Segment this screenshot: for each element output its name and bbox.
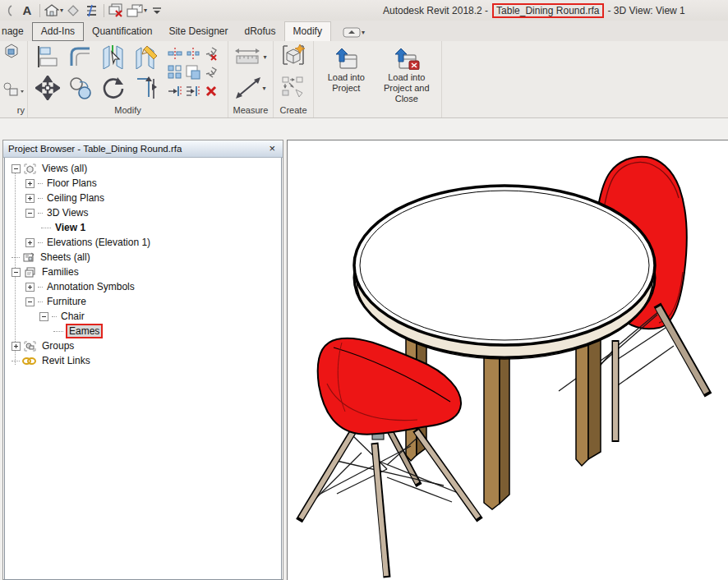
groups-icon bbox=[24, 341, 36, 352]
tree-item-annotation-symbols[interactable]: Annotation Symbols bbox=[5, 279, 281, 294]
tree-item-3d-views[interactable]: 3D Views bbox=[5, 205, 281, 220]
drawing-area-3d-view[interactable] bbox=[287, 140, 728, 580]
clipped-icon[interactable] bbox=[1, 2, 17, 20]
panel-label-create: Create bbox=[274, 104, 313, 117]
tab-add-ins[interactable]: Add-Ins bbox=[32, 22, 84, 41]
options-bar-empty bbox=[0, 118, 728, 140]
tab-site-designer[interactable]: Site Designer bbox=[160, 22, 236, 41]
tab-modify[interactable]: Modify bbox=[284, 21, 331, 41]
paint-icon[interactable] bbox=[3, 43, 20, 62]
cope-icon[interactable] bbox=[166, 44, 184, 63]
tree-label: Furniture bbox=[45, 296, 88, 307]
tree-label-active-view: View 1 bbox=[53, 222, 87, 233]
expand-icon[interactable] bbox=[25, 194, 35, 203]
panel-label-modify: Modify bbox=[28, 104, 228, 117]
link-icon bbox=[22, 357, 36, 366]
trim-multiple-icon[interactable] bbox=[184, 82, 202, 101]
remove-coping-icon[interactable] bbox=[184, 44, 202, 63]
split-element-icon[interactable] bbox=[99, 43, 127, 71]
qat-customize-icon[interactable] bbox=[149, 2, 165, 20]
tree-item-furniture[interactable]: Furniture bbox=[5, 294, 281, 309]
thin-lines-icon[interactable] bbox=[83, 2, 99, 20]
tab-quantification[interactable]: Quantification bbox=[84, 22, 160, 41]
pattern-icon[interactable] bbox=[281, 76, 306, 102]
file-name-annotation: Table_Dining Round.rfa bbox=[492, 3, 603, 18]
pin-icon[interactable] bbox=[202, 63, 220, 82]
ribbon: ry bbox=[0, 41, 728, 118]
measure-angle-icon[interactable]: ▾ bbox=[235, 74, 265, 102]
collapse-icon[interactable] bbox=[12, 268, 21, 277]
project-browser-title: Project Browser - Table_Dining Round.rfa bbox=[8, 144, 266, 154]
toolbar-separator bbox=[104, 4, 104, 17]
close-icon[interactable]: × bbox=[266, 142, 278, 155]
switch-windows-icon[interactable]: ▾ bbox=[127, 2, 147, 20]
tree-item-ceiling-plans[interactable]: Ceiling Plans bbox=[5, 191, 281, 205]
panel-modify: Modify bbox=[28, 41, 228, 117]
tree-label: Elevations (Elevation 1) bbox=[45, 237, 152, 248]
tree-label: Groups bbox=[40, 340, 76, 352]
align-icon[interactable] bbox=[34, 43, 62, 71]
offset-icon[interactable] bbox=[67, 43, 94, 71]
load-into-project-label-1: Load into bbox=[328, 72, 365, 83]
expand-icon[interactable] bbox=[25, 238, 35, 247]
expand-icon[interactable] bbox=[25, 179, 35, 188]
tree-item-groups[interactable]: Groups bbox=[5, 338, 281, 353]
load-into-project-and-close-label-1: Load into bbox=[388, 72, 425, 83]
tree-label: Views (all) bbox=[40, 163, 89, 174]
tab-manage[interactable]: nage bbox=[0, 22, 32, 41]
tree-item-families[interactable]: Families bbox=[5, 265, 281, 279]
delete-icon[interactable] bbox=[202, 82, 220, 101]
split-with-gap-icon[interactable] bbox=[132, 43, 160, 71]
tree-label-selected-family[interactable]: Eames bbox=[67, 325, 101, 337]
rotate-icon[interactable] bbox=[99, 74, 127, 102]
panel-create: Create bbox=[274, 41, 314, 117]
load-into-project-and-close-label-2: Project and Close bbox=[376, 83, 438, 104]
collapse-icon[interactable] bbox=[25, 297, 35, 306]
default-3d-view-icon[interactable]: ▾ bbox=[44, 2, 63, 20]
load-into-project-and-close-button[interactable]: Load into Project and Close bbox=[376, 44, 438, 117]
tree-item-chair[interactable]: Chair bbox=[5, 309, 281, 324]
collapse-icon[interactable] bbox=[12, 164, 21, 173]
panel-label-geometry: ry bbox=[0, 104, 27, 117]
ribbon-empty-space bbox=[442, 41, 728, 117]
join-geometry-icon[interactable] bbox=[3, 82, 25, 102]
families-icon bbox=[24, 267, 36, 278]
panel-measure: ▾ ▾ Measure bbox=[228, 41, 274, 117]
expand-icon[interactable] bbox=[12, 342, 21, 351]
sheets-icon bbox=[22, 252, 35, 263]
tree-label: Families bbox=[40, 266, 81, 278]
tab-drofus[interactable]: dRofus bbox=[237, 22, 284, 41]
array-icon[interactable] bbox=[166, 63, 184, 82]
close-hidden-windows-icon[interactable] bbox=[108, 2, 125, 20]
render-icon[interactable] bbox=[65, 2, 81, 20]
tree-item-revit-links[interactable]: Revit Links bbox=[5, 353, 281, 368]
copy-icon[interactable] bbox=[67, 74, 94, 102]
scale-icon[interactable] bbox=[184, 63, 202, 82]
unpin-icon[interactable] bbox=[202, 44, 220, 63]
collapse-icon[interactable] bbox=[25, 209, 35, 218]
tree-item-elevations[interactable]: Elevations (Elevation 1) bbox=[5, 235, 281, 250]
tree-label: Floor Plans bbox=[45, 177, 99, 189]
load-into-project-button[interactable]: Load into Project bbox=[317, 44, 376, 117]
tree-item-eames[interactable]: Eames bbox=[5, 324, 281, 338]
tree-item-view-1[interactable]: View 1 bbox=[5, 220, 281, 235]
tree-item-sheets[interactable]: Sheets (all) bbox=[5, 250, 281, 265]
tree-label: Sheets (all) bbox=[39, 251, 92, 263]
measure-icon[interactable]: ▾ bbox=[234, 43, 266, 71]
component-icon[interactable] bbox=[280, 43, 306, 71]
ribbon-tab-row: nage Add-Ins Quantification Site Designe… bbox=[0, 21, 728, 41]
ribbon-display-toggle[interactable]: ▾ bbox=[343, 27, 365, 41]
tree-item-floor-plans[interactable]: Floor Plans bbox=[5, 176, 281, 191]
project-browser-header[interactable]: Project Browser - Table_Dining Round.rfa… bbox=[3, 140, 283, 158]
panel-geometry-clipped: ry bbox=[0, 41, 28, 117]
move-icon[interactable] bbox=[34, 74, 62, 102]
title-prefix: Autodesk Revit 2018.2 - bbox=[383, 5, 488, 16]
collapse-icon[interactable] bbox=[39, 312, 48, 321]
tree-label: Revit Links bbox=[40, 355, 92, 366]
table-top[interactable] bbox=[354, 186, 655, 345]
tree-item-views[interactable]: Views (all) bbox=[5, 161, 281, 176]
text-annotation-icon[interactable]: A bbox=[19, 2, 35, 20]
trim-single-icon[interactable] bbox=[166, 82, 184, 101]
expand-icon[interactable] bbox=[25, 283, 35, 292]
trim-extend-icon[interactable] bbox=[132, 74, 160, 102]
